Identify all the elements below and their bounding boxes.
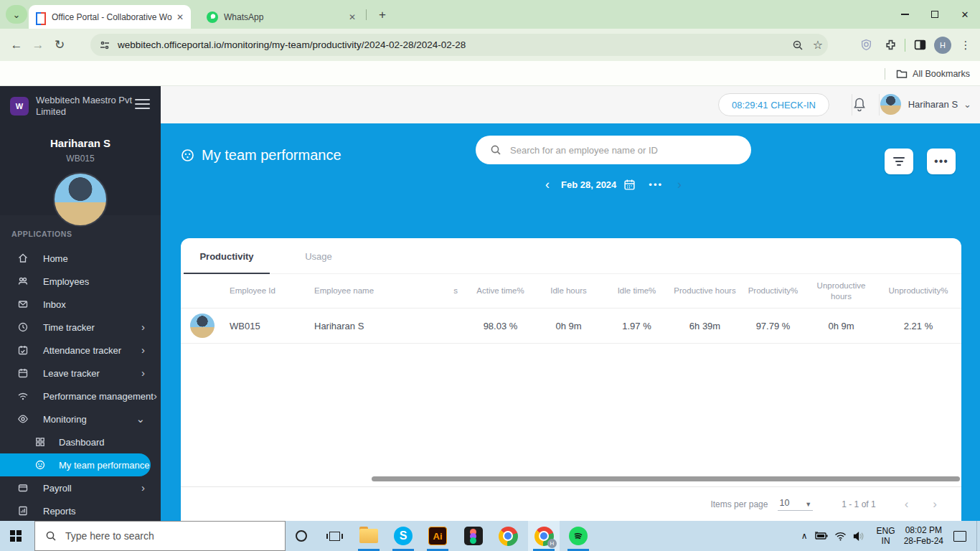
- tab-usage[interactable]: Usage: [273, 238, 364, 274]
- previous-page-button[interactable]: ‹: [905, 499, 909, 509]
- reload-button[interactable]: ↻: [49, 34, 70, 56]
- screen: ⌄ Office Portal - Collaborative Wo ✕ Wha…: [0, 0, 980, 551]
- horizontal-scrollbar-thumb[interactable]: [372, 476, 960, 481]
- notifications-bell-icon[interactable]: [852, 97, 867, 113]
- date-range-options-button[interactable]: •••: [649, 179, 663, 190]
- company-name: Webbitech Maestro Pvt Limited: [36, 95, 136, 118]
- browser-tab-office-portal[interactable]: Office Portal - Collaborative Wo ✕: [29, 5, 191, 29]
- cortana-button[interactable]: [286, 521, 317, 551]
- sidebar-item-label: Monitoring: [43, 414, 136, 425]
- sidebar-item-leave-tracker[interactable]: Leave tracker ›: [0, 362, 161, 385]
- reports-icon: [17, 505, 29, 517]
- sidebar-item-my-team-performance[interactable]: My team performance: [0, 453, 151, 476]
- volume-icon[interactable]: [853, 532, 864, 541]
- team-performance-icon: [181, 149, 194, 162]
- home-icon: [17, 253, 29, 264]
- chevron-right-icon: ›: [141, 484, 145, 491]
- spotify-button[interactable]: [562, 521, 594, 551]
- topbar-user-avatar: [880, 94, 901, 115]
- column-header-truncated: s: [445, 286, 466, 296]
- sidebar-item-label: My team performance: [59, 460, 151, 471]
- action-center-icon[interactable]: [953, 531, 966, 542]
- sidebar-item-reports[interactable]: Reports: [0, 499, 161, 521]
- sidebar-item-attendance-tracker[interactable]: Attendance tracker ›: [0, 339, 161, 362]
- calendar-icon[interactable]: [623, 179, 636, 191]
- chrome-profile-button[interactable]: H: [528, 521, 560, 551]
- file-explorer-button[interactable]: [353, 521, 385, 551]
- pagination: Items per page 10 ▼ 1 - 1 of 1 ‹ ›: [181, 486, 961, 521]
- browser-tab-whatsapp[interactable]: WhatsApp ✕: [199, 5, 363, 29]
- next-day-button[interactable]: ›: [677, 178, 682, 191]
- tray-chevron-up-icon[interactable]: ∧: [801, 531, 808, 541]
- taskbar-search-input[interactable]: [65, 530, 285, 542]
- bookmark-star-icon[interactable]: ☆: [808, 35, 828, 55]
- extensions-icon[interactable]: [880, 35, 900, 55]
- skype-button[interactable]: S: [387, 521, 419, 551]
- back-button[interactable]: ←: [6, 34, 27, 56]
- wifi-icon[interactable]: [834, 532, 847, 541]
- skype-icon: S: [394, 527, 413, 545]
- tab-productivity[interactable]: Productivity: [181, 238, 273, 274]
- show-desktop-button[interactable]: [976, 521, 980, 551]
- cell-productive-hours: 6h 39m: [671, 321, 739, 331]
- filter-button[interactable]: [885, 149, 913, 174]
- sidebar-toggle-button[interactable]: [135, 99, 150, 112]
- inbox-icon: [17, 298, 29, 310]
- employee-search-input[interactable]: [510, 145, 740, 156]
- cell-idle-hours: 0h 9m: [534, 321, 603, 331]
- sidebar-item-employees[interactable]: Employees: [0, 270, 161, 293]
- sidebar-item-inbox[interactable]: Inbox: [0, 293, 161, 316]
- sidebar-item-home[interactable]: Home: [0, 247, 161, 270]
- more-options-button[interactable]: •••: [927, 149, 956, 174]
- language-indicator[interactable]: ENGIN: [877, 526, 895, 546]
- address-bar[interactable]: webbitech.officeportal.io/monitoring/my-…: [90, 34, 828, 56]
- figma-button[interactable]: [458, 521, 489, 551]
- taskbar-clock[interactable]: 08:02 PM28-Feb-24: [904, 525, 943, 547]
- zoom-icon[interactable]: [788, 35, 808, 55]
- app-window: W Webbitech Maestro Pvt Limited Harihara…: [0, 86, 980, 521]
- sidebar-item-monitoring[interactable]: Monitoring ⌄: [0, 408, 161, 430]
- forward-button[interactable]: →: [27, 34, 49, 56]
- payroll-wallet-icon: [17, 482, 29, 494]
- windows-taskbar: S Ai H ∧: [0, 521, 980, 551]
- next-page-button[interactable]: ›: [933, 499, 937, 509]
- cortana-icon: [296, 530, 307, 542]
- side-panel-icon[interactable]: [910, 35, 930, 55]
- chrome-button[interactable]: [492, 521, 524, 551]
- task-view-button[interactable]: [319, 521, 350, 551]
- site-info-icon[interactable]: [99, 39, 110, 51]
- illustrator-button[interactable]: Ai: [422, 521, 453, 551]
- sidebar-item-label: Employees: [43, 276, 161, 287]
- sidebar-item-dashboard[interactable]: Dashboard: [0, 430, 161, 453]
- page-range: 1 - 1 of 1: [842, 499, 875, 509]
- topbar-user-menu[interactable]: Hariharan S ⌄: [880, 94, 971, 115]
- window-close-button[interactable]: ✕: [950, 0, 980, 29]
- all-bookmarks-button[interactable]: All Bookmarks: [885, 61, 970, 86]
- browser-profile-avatar[interactable]: H: [934, 37, 951, 54]
- file-explorer-icon: [359, 529, 378, 543]
- browser-menu-icon[interactable]: ⋮: [956, 35, 976, 55]
- sidebar-item-payroll[interactable]: Payroll ›: [0, 476, 161, 499]
- tab-close-icon[interactable]: ✕: [176, 12, 184, 22]
- sidebar-item-performance-management[interactable]: Performance management ›: [0, 385, 161, 408]
- items-per-page-select[interactable]: 10 ▼: [778, 498, 813, 511]
- sidebar-user-avatar[interactable]: [53, 172, 108, 227]
- battery-icon[interactable]: [814, 532, 828, 540]
- privacy-shield-icon[interactable]: [856, 35, 876, 55]
- table-row[interactable]: WB015 Hariharan S 98.03 % 0h 9m 1.97 % 6…: [181, 309, 961, 344]
- app-top-bar: 08:29:41 CHECK-IN Hariharan S ⌄: [161, 86, 980, 123]
- previous-day-button[interactable]: ‹: [545, 178, 550, 191]
- tab-search-button[interactable]: ⌄: [6, 5, 27, 24]
- applications-section-label: APPLICATIONS: [11, 230, 72, 238]
- check-in-button[interactable]: 08:29:41 CHECK-IN: [718, 93, 829, 116]
- chevron-right-icon: ›: [141, 324, 145, 331]
- tab-close-icon[interactable]: ✕: [349, 12, 356, 22]
- chevron-right-icon: ›: [154, 392, 157, 400]
- url-text: webbitech.officeportal.io/monitoring/my-…: [118, 39, 788, 50]
- window-minimize-button[interactable]: [890, 0, 920, 29]
- window-maximize-button[interactable]: [920, 0, 950, 29]
- sidebar-item-time-tracker[interactable]: Time tracker ›: [0, 316, 161, 339]
- items-per-page-label: Items per page: [710, 499, 768, 509]
- new-tab-button[interactable]: +: [373, 6, 392, 24]
- windows-start-button[interactable]: [10, 530, 22, 542]
